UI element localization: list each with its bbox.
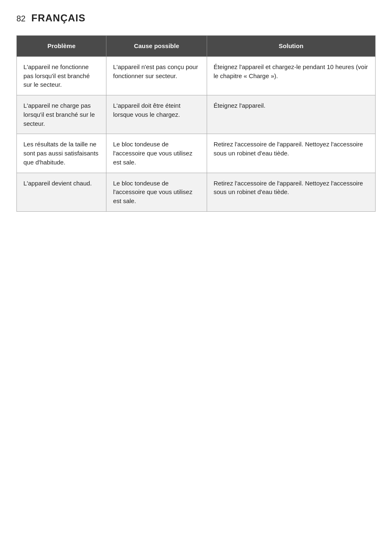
cell-cause: Le bloc tondeuse de l'accessoire que vou… [106, 173, 207, 211]
col-header-probleme: Problème [17, 36, 106, 57]
page-language: FRANÇAIS [31, 12, 85, 24]
col-header-solution: Solution [207, 36, 375, 57]
table-row: L'appareil ne fonctionne pas lorsqu'il e… [17, 56, 376, 95]
cell-cause: L'appareil n'est pas conçu pour fonction… [106, 56, 207, 95]
table-header-row: Problème Cause possible Solution [17, 36, 376, 57]
table-row: L'appareil devient chaud.Le bloc tondeus… [17, 173, 376, 211]
page-number: 82 [16, 14, 25, 23]
cell-solution: Éteignez l'appareil. [207, 95, 375, 134]
cell-probleme: L'appareil ne charge pas lorsqu'il est b… [17, 95, 106, 134]
page-header: 82 FRANÇAIS [16, 12, 376, 24]
cell-probleme: L'appareil ne fonctionne pas lorsqu'il e… [17, 56, 106, 95]
table-row: Les résultats de la taille ne sont pas a… [17, 134, 376, 173]
cell-probleme: Les résultats de la taille ne sont pas a… [17, 134, 106, 173]
cell-solution: Éteignez l'appareil et chargez-le pendan… [207, 56, 375, 95]
troubleshooting-table: Problème Cause possible Solution L'appar… [16, 35, 376, 212]
cell-cause: Le bloc tondeuse de l'accessoire que vou… [106, 134, 207, 173]
cell-cause: L'appareil doit être éteint lorsque vous… [106, 95, 207, 134]
col-header-cause: Cause possible [106, 36, 207, 57]
cell-probleme: L'appareil devient chaud. [17, 173, 106, 211]
cell-solution: Retirez l'accessoire de l'appareil. Nett… [207, 134, 375, 173]
table-row: L'appareil ne charge pas lorsqu'il est b… [17, 95, 376, 134]
cell-solution: Retirez l'accessoire de l'appareil. Nett… [207, 173, 375, 211]
